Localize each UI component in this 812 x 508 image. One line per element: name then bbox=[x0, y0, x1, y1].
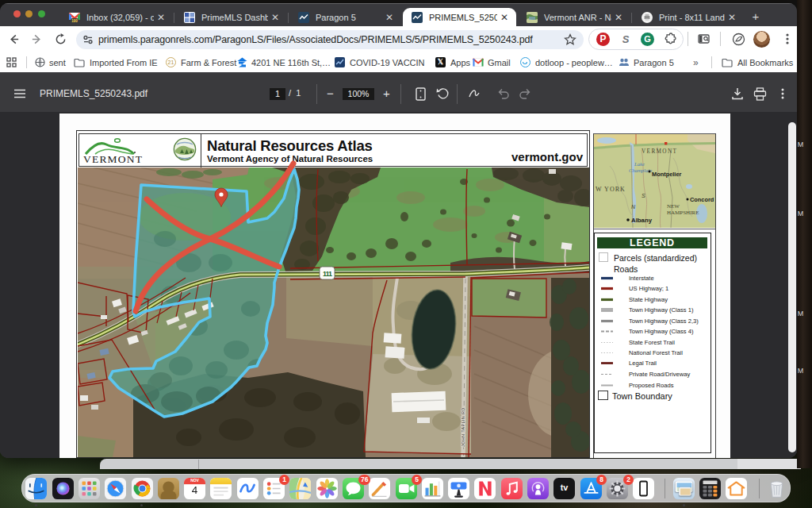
svg-text:Private Road/Driveway: Private Road/Driveway bbox=[629, 371, 690, 378]
svg-text:JOHN TAPLIN RD: JOHN TAPLIN RD bbox=[460, 407, 465, 447]
svg-text:Town Highway (Class 4): Town Highway (Class 4) bbox=[629, 328, 694, 335]
svg-text:US Highway; 1: US Highway; 1 bbox=[629, 285, 668, 292]
svg-text:Albany: Albany bbox=[631, 217, 653, 224]
svg-text:Montpelier: Montpelier bbox=[652, 171, 681, 178]
svg-text:VERMONT: VERMONT bbox=[642, 148, 677, 155]
svg-text:State Forest Trail: State Forest Trail bbox=[629, 339, 675, 346]
svg-text:HAMPSHIRE: HAMPSHIRE bbox=[667, 210, 699, 216]
svg-text:NEW: NEW bbox=[667, 203, 680, 210]
svg-text:Lake: Lake bbox=[634, 161, 645, 167]
svg-text:Town Highway (Class 1): Town Highway (Class 1) bbox=[629, 306, 694, 314]
svg-text:State Highway: State Highway bbox=[629, 296, 668, 303]
svg-text:W YORK: W YORK bbox=[596, 186, 626, 193]
svg-text:VERMONT: VERMONT bbox=[83, 153, 143, 165]
svg-text:Legal Trail: Legal Trail bbox=[629, 360, 657, 367]
svg-text:Interstate: Interstate bbox=[629, 275, 654, 282]
svg-text:111: 111 bbox=[322, 270, 331, 278]
svg-text:National Forest Trail: National Forest Trail bbox=[629, 349, 683, 356]
svg-text:S: S bbox=[642, 193, 645, 198]
svg-text:Concord: Concord bbox=[690, 196, 714, 203]
svg-text:Town Highway (Class 2,3): Town Highway (Class 2,3) bbox=[629, 318, 699, 325]
svg-text:100: 100 bbox=[71, 19, 78, 23]
svg-text:Proposed Roads: Proposed Roads bbox=[629, 382, 674, 389]
